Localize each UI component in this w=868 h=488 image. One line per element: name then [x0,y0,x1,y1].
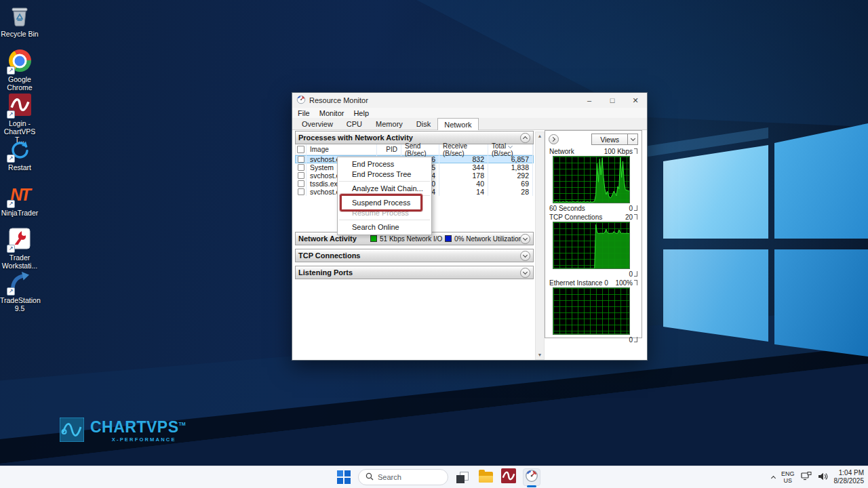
context-menu-item-end-process-tree[interactable]: End Process Tree [338,169,431,180]
graph-title: Network [549,148,574,155]
tab-cpu[interactable]: CPU [340,118,369,129]
annotation-box [340,194,422,211]
row-checkbox-cell[interactable] [296,155,307,163]
shortcut-arrow-icon: ↗ [7,200,15,208]
graph-footer-tcp-connections: 0 [549,270,637,278]
tradestation-icon: ↗ [7,270,32,295]
expand-chevron-button[interactable] [520,234,530,244]
tray-expand-chevron-icon[interactable] [771,475,776,480]
checkbox[interactable] [298,180,304,187]
desktop-icon-google-chrome[interactable]: ↗Google Chrome [0,49,39,92]
graph-header-ethernet-instance-0: Ethernet Instance 0100% [549,279,637,287]
column-header-receive-b-sec[interactable]: Receive (B/sec) [439,144,488,155]
desktop-icon-label: TradeStation 9.5 [0,296,39,312]
trader-workstation-icon: ↗ [7,228,32,252]
desktop-wallpaper: Recycle Bin↗Google Chrome↗Login - ChartV… [0,0,868,488]
views-button[interactable]: Views [591,134,638,145]
tab-disk[interactable]: Disk [410,118,437,129]
checkbox[interactable] [298,188,304,195]
desktop-icon-tradestation-9-5[interactable]: ↗TradeStation 9.5 [0,270,39,312]
graph-max-label: 100% [615,279,637,287]
graphs-panel: Views Network100 Kbps60 Seconds0TCP Conn… [545,130,642,338]
clock[interactable]: 1:04 PM8/28/2025 [834,469,865,486]
desktop-icon-label: Recycle Bin [0,30,39,38]
menu-help[interactable]: Help [353,109,369,117]
legend-network-io: 51 Kbps Network I/O [370,235,442,243]
volume-tray-icon[interactable] [818,471,828,483]
context-menu-item-analyze-wait-chain[interactable]: Analyze Wait Chain... [338,184,431,194]
column-header-send-b-sec[interactable]: Send (B/sec) [401,144,439,155]
graph-min-label: 0 [629,270,637,278]
scroll-down-arrow[interactable]: ▼ [536,351,544,359]
row-checkbox-cell[interactable] [296,180,307,188]
maximize-button[interactable]: □ [601,93,624,108]
graph-ethernet-instance-0 [553,287,630,335]
desktop-icon-login-chartvps-t[interactable]: ↗Login - ChartVPS T... [0,94,39,144]
column-header-pid[interactable]: PID [377,144,401,155]
checkbox[interactable] [297,146,304,153]
desktop-icon-label: Trader Workstati... [0,253,39,270]
desktop-icon-restart[interactable]: ↗Restart [0,138,39,171]
expand-chevron-button[interactable] [520,251,530,261]
checkbox[interactable] [298,156,304,163]
menu-monitor[interactable]: Monitor [319,109,344,117]
section-network-activity-title: Network Activity [298,235,357,243]
column-header-total-b-sec[interactable]: Total (B/sec) [488,144,533,155]
menu-file[interactable]: File [298,109,310,117]
axis-bracket [634,337,637,342]
axis-bracket [634,205,637,211]
taskbar: Search ENGUS [0,466,868,488]
graph-footer-network: 60 Seconds0 [549,205,637,212]
tab-overview[interactable]: Overview [295,118,340,129]
desktop-icon-label: Restart [0,163,39,171]
column-header-image[interactable]: Image [307,144,377,155]
recycle-bin-icon [7,4,32,28]
graph-tcp-connections [553,222,630,269]
tab-memory[interactable]: Memory [369,118,410,129]
file-explorer-button[interactable] [477,468,494,486]
select-all-checkbox-cell[interactable] [296,144,307,155]
row-checkbox-cell[interactable] [296,188,307,196]
axis-bracket [634,148,637,154]
section-tcp-connections-header[interactable]: TCP Connections [295,249,534,262]
context-menu-item-end-process[interactable]: End Process [338,159,431,169]
windows-start-icon [337,470,351,484]
graph-max-label: 20 [625,214,637,221]
section-ports-title: Listening Ports [298,268,353,277]
windows-logo-wallpaper [644,108,868,359]
axis-bracket [634,280,637,285]
row-checkbox-cell[interactable] [296,171,307,180]
graph-min-label: 0 [629,205,637,212]
start-button[interactable] [335,468,353,486]
desktop-icon-recycle-bin[interactable]: Recycle Bin [0,4,39,38]
views-dropdown-arrow[interactable] [627,134,637,144]
scroll-up-arrow[interactable]: ▲ [536,132,544,140]
window-titlebar[interactable]: Resource Monitor – □ ✕ [292,93,647,108]
network-tray-icon[interactable] [801,471,812,483]
graph-footer-left-label: 60 Seconds [549,205,585,212]
brand-tagline: X-PERFORMANCE [90,436,186,443]
collapse-panel-button[interactable] [549,134,559,144]
minimize-button[interactable]: – [578,93,601,108]
graph-header-network: Network100 Kbps [549,148,637,155]
expand-chevron-button[interactable] [520,268,530,278]
desktop-icon-label: Google Chrome [0,75,39,92]
cell-total: 1,838 [488,163,533,171]
desktop-icon-ninjatrader[interactable]: NT↗NinjaTrader [0,183,39,217]
shortcut-arrow-icon: ↗ [7,110,15,119]
resource-monitor-taskbar-button[interactable] [523,468,540,486]
chartvps-app-button[interactable] [500,468,517,486]
language-indicator[interactable]: ENGUS [781,470,795,485]
search-input[interactable]: Search [358,469,448,485]
window-title: Resource Monitor [309,96,368,104]
checkbox[interactable] [298,172,304,179]
close-button[interactable]: ✕ [624,93,647,108]
desktop-icon-trader-workstati[interactable]: ↗Trader Workstati... [0,228,39,270]
row-checkbox-cell[interactable] [296,163,307,171]
context-menu-item-search-online[interactable]: Search Online [338,222,431,232]
task-view-button[interactable] [454,468,471,486]
tab-network[interactable]: Network [437,118,478,130]
section-listening-ports-header[interactable]: Listening Ports [295,266,534,279]
checkbox[interactable] [298,164,304,171]
vertical-scrollbar[interactable]: ▲ ▼ [535,131,545,360]
